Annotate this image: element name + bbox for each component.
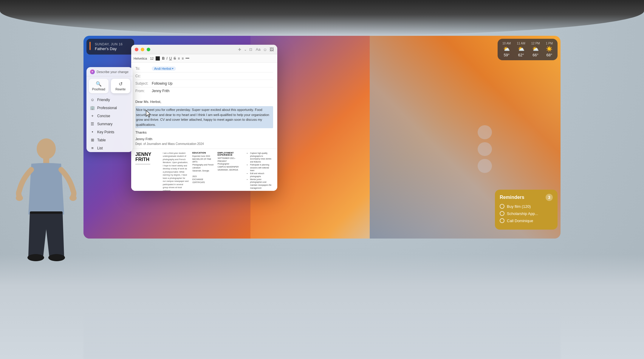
strikethrough-button[interactable]: S [174, 56, 176, 61]
close-button[interactable] [135, 48, 138, 51]
reminders-title: Reminders [500, 195, 524, 200]
cv-section: JENNY FRITH I am a third-year student un… [131, 148, 277, 191]
wt-list-item[interactable]: ≡ List [86, 144, 133, 152]
rewrite-button[interactable]: ↺ Rewrite [111, 79, 131, 93]
cc-field[interactable]: Cc: [135, 72, 273, 80]
rewrite-label: Rewrite [112, 88, 129, 91]
wt-friendly-item[interactable]: ☺ Friendly [86, 96, 133, 104]
cv-bio-block: I am a third-year student undergraduate … [163, 152, 189, 191]
app-icon-1 [478, 125, 492, 139]
reminders-count: 3 [546, 194, 553, 201]
mail-fields: To: Andi Herbst ▾ Cc: Subject: Following… [131, 63, 277, 97]
table-label: Table [97, 138, 106, 142]
keypoints-icon: • [90, 130, 95, 134]
recipient-name: Andi Herbst [154, 67, 171, 70]
writing-tools-icon: ✦ [90, 69, 95, 74]
cv-bullets-block: Capture high-quality photographs to acco… [247, 152, 273, 191]
wt-concise-item[interactable]: + Concise [86, 112, 133, 120]
minimize-button[interactable] [141, 48, 144, 51]
cv-name-block: JENNY FRITH [135, 152, 159, 191]
subject-field: Subject: Following Up [135, 80, 273, 87]
weather-hour-1: 10 AM ⛅ 59° [502, 42, 511, 57]
subject-text[interactable]: Following Up [152, 81, 172, 86]
cv-name-divider [135, 164, 150, 164]
svg-point-2 [16, 195, 23, 201]
font-size[interactable]: 12 [150, 57, 154, 60]
presentation-screen: SUNDAY, JUN 16 Father's Day 10 AM ⛅ 59° … [83, 36, 561, 239]
proofread-icon: 🔍 [90, 81, 107, 87]
wt-menu: ☺ Friendly 🏢 Professional + Concise ☰ Su… [86, 96, 133, 152]
presenter-person [13, 131, 79, 304]
wt-keypoints-item[interactable]: • Key Points [86, 128, 133, 136]
svg-point-4 [27, 254, 44, 261]
summary-icon: ☰ [90, 122, 95, 126]
rewrite-icon: ↺ [112, 81, 129, 87]
photo-icon[interactable]: 🖼 [270, 47, 274, 52]
wt-professional-item[interactable]: 🏢 Professional [86, 104, 133, 112]
emoji-icon[interactable]: ☺ [263, 47, 267, 52]
proofread-button[interactable]: 🔍 Proofread [89, 79, 109, 93]
summary-label: Summary [97, 122, 112, 126]
cursor [145, 110, 153, 118]
cv-name-line2: FRITH [135, 157, 159, 162]
font-name[interactable]: Helvetica [134, 57, 147, 60]
reminder-item-2: Scholarship App... [500, 211, 553, 216]
mail-closing: Thanks [135, 130, 273, 135]
reminders-header: Reminders 3 [500, 194, 553, 201]
weather-hour-4: 1 PM ☀️ 68° [546, 42, 553, 57]
cv-employment-label: EMPLOYMENT EXPERIENCE [218, 152, 244, 156]
reminder-text-3: Call Dominique [507, 219, 533, 223]
wt-summary-item[interactable]: ☰ Summary [86, 120, 133, 128]
reminder-checkbox-2 [500, 211, 504, 216]
maximize-button[interactable] [147, 48, 150, 51]
svg-point-0 [37, 138, 56, 159]
cv-name-line1: JENNY [135, 152, 159, 157]
compose-icon[interactable]: ✈ [238, 47, 242, 52]
mail-content[interactable]: Dear Ms. Herbst, Nice to meet you for co… [131, 97, 277, 148]
underline-button[interactable]: U [169, 56, 172, 61]
calendar-widget: SUNDAY, JUN 16 Father's Day [86, 39, 134, 55]
reminder-item-3: Call Dominique [500, 218, 553, 223]
mail-sig-dept: Dept. of Journalism and Mass Communicati… [135, 142, 273, 146]
cv-education-label: EDUCATION [192, 152, 214, 154]
mail-format-bar: Helvetica 12 B I U S ≡ ≡ ••• [131, 54, 277, 63]
friendly-label: Friendly [97, 98, 110, 102]
window-icon[interactable]: ⊡ [249, 47, 252, 52]
screen-reflection [83, 311, 561, 359]
app-icon-3 [478, 159, 492, 173]
reminder-checkbox-3 [500, 218, 504, 223]
more-icon[interactable]: ••• [185, 56, 189, 61]
svg-point-3 [69, 195, 77, 201]
mail-titlebar: ✈ ⌄ ⊡ Aa ☺ 🖼 [131, 45, 277, 54]
to-recipient-chip[interactable]: Andi Herbst ▾ [152, 66, 176, 71]
cv-education-detail: Expected June 2024BACHELOR OF FINE ARTSP… [192, 155, 214, 184]
app-icon-2 [478, 142, 492, 156]
list-label: List [97, 146, 103, 150]
friendly-icon: ☺ [90, 98, 95, 102]
bold-button[interactable]: B [162, 56, 165, 61]
toolbar-chevron-icon[interactable]: ⌄ [244, 47, 247, 52]
align-icon[interactable]: ≡ [178, 56, 180, 61]
cv-bio-text: I am a third-year student undergraduate … [163, 152, 188, 191]
concise-label: Concise [97, 114, 110, 118]
cv-education-block: EDUCATION Expected June 2024BACHELOR OF … [192, 152, 214, 191]
calendar-accent-bar [89, 42, 91, 50]
concise-icon: + [90, 114, 95, 118]
reminder-text-2: Scholarship App... [507, 211, 538, 216]
mail-sig-name: Jenny Frith [135, 137, 273, 142]
wt-header: ✦ Describe your change [86, 67, 133, 76]
mail-body-text: Nice to meet you for coffee yesterday. S… [135, 106, 273, 128]
mail-greeting: Dear Ms. Herbst, [135, 99, 273, 104]
italic-button[interactable]: I [166, 56, 167, 61]
mail-window: ✈ ⌄ ⊡ Aa ☺ 🖼 Helvetica 12 B I U S ≡ ≡ ••… [131, 45, 277, 191]
reminder-item-1: Buy film (120) [500, 204, 553, 209]
reminder-checkbox-1 [500, 204, 504, 209]
wt-header-label: Describe your change [97, 70, 129, 74]
list-icon: ≡ [90, 146, 95, 150]
cv-employment-block: EMPLOYMENT EXPERIENCE SEPTEMBER 2021–PRE… [218, 152, 244, 191]
wt-table-item[interactable]: ⊞ Table [86, 136, 133, 144]
list-icon[interactable]: ≡ [182, 56, 184, 61]
color-swatch [156, 56, 160, 61]
weather-widget: 10 AM ⛅ 59° 11 AM ⛅ 62° 12 PM ⛅ 66° 1 PM… [498, 39, 558, 60]
reminders-widget: Reminders 3 Buy film (120) Scholarship A… [495, 190, 558, 230]
